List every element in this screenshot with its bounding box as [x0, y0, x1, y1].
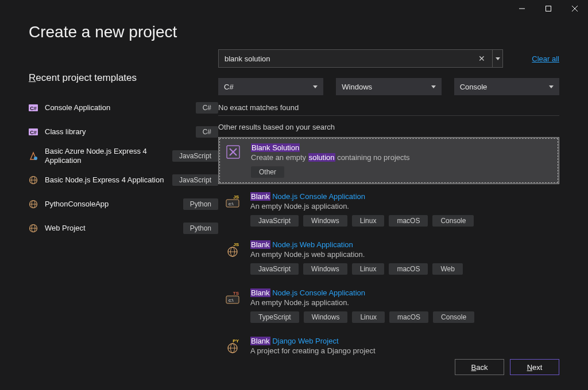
chevron-down-icon: [496, 57, 500, 60]
result-description: An empty Node.js application.: [250, 202, 552, 210]
platform-filter-label: Windows: [342, 83, 372, 91]
azure-icon: [29, 151, 38, 161]
globe-icon: [29, 200, 38, 209]
result-description: An empty Node.js web application.: [250, 250, 552, 259]
csharp-icon: C#: [29, 104, 38, 112]
globe-icon: [29, 224, 38, 233]
recent-template-label: Console Application: [45, 103, 189, 112]
result-tag: Windows: [304, 311, 348, 323]
minimize-button[interactable]: [509, 0, 535, 17]
recent-template-item[interactable]: Basic Azure Node.js Express 4 Applicatio…: [29, 145, 218, 167]
next-button[interactable]: Next: [510, 359, 559, 375]
projecttype-filter-label: Console: [460, 83, 488, 91]
close-icon: [572, 6, 578, 11]
recent-template-tag: JavaScript: [172, 174, 218, 186]
globe-icon: [29, 176, 38, 185]
csharp-icon: C#: [29, 128, 38, 136]
recent-template-tag: C#: [196, 102, 218, 114]
result-title: Blank Django Web Project: [250, 337, 552, 345]
result-item[interactable]: TSc:\Blank Node.js Console ApplicationAn…: [218, 283, 559, 329]
clear-all-link[interactable]: Clear all: [532, 54, 559, 63]
result-tag: Console: [432, 215, 474, 227]
clear-search-button[interactable]: ✕: [475, 54, 489, 63]
svg-text:TS: TS: [233, 291, 239, 296]
svg-text:c:\: c:\: [229, 298, 234, 303]
svg-rect-1: [546, 6, 551, 11]
chevron-down-icon: [313, 85, 318, 88]
recent-template-label: Web Project: [45, 224, 176, 233]
result-tag: Linux: [352, 263, 385, 275]
back-button[interactable]: Back: [455, 359, 504, 375]
result-tag: JavaScript: [250, 215, 299, 227]
result-item[interactable]: Blank SolutionCreate an empty solution c…: [218, 137, 559, 184]
divider: [218, 115, 559, 116]
projecttype-filter[interactable]: Console: [454, 78, 559, 95]
result-title: Blank Node.js Console Application: [250, 192, 552, 201]
recent-templates-heading: Recent project templates: [29, 72, 218, 84]
svg-text:C#: C#: [30, 106, 37, 111]
result-tag: Linux: [352, 311, 385, 323]
maximize-button[interactable]: [535, 0, 562, 17]
result-tag: macOS: [389, 215, 428, 227]
result-title: Blank Node.js Web Application: [250, 240, 552, 249]
recent-template-item[interactable]: C#Console ApplicationC#: [29, 96, 218, 119]
svg-text:C#: C#: [30, 130, 37, 135]
result-tag: Windows: [303, 215, 347, 227]
result-tag: macOS: [389, 263, 428, 275]
recent-template-item[interactable]: Web ProjectPython: [29, 217, 218, 240]
js-console-icon: JSc:\: [225, 194, 241, 208]
js-globe-icon: JS: [225, 242, 241, 257]
close-button[interactable]: [562, 0, 588, 17]
chevron-down-icon: [431, 85, 436, 88]
search-input[interactable]: [225, 54, 475, 63]
result-tag: Linux: [352, 215, 385, 227]
svg-text:c:\: c:\: [229, 201, 234, 206]
language-filter[interactable]: C#: [218, 78, 323, 95]
result-tag: Web: [432, 263, 462, 275]
result-tag: TypeScript: [250, 311, 299, 323]
svg-text:JS: JS: [233, 242, 239, 247]
titlebar: [0, 0, 588, 17]
sidebar: Recent project templates C#Console Appli…: [29, 41, 218, 362]
result-description: Create an empty solution containing no p…: [251, 153, 552, 162]
result-description: A project for creating a Django project: [250, 346, 552, 355]
recent-template-label: PythonConsoleApp: [45, 200, 176, 209]
result-title: Blank Node.js Console Application: [250, 288, 552, 297]
result-tag: macOS: [389, 311, 428, 323]
svg-point-9: [34, 157, 37, 160]
recent-template-label: Basic Node.js Express 4 Application: [45, 176, 165, 185]
result-item[interactable]: PYBlank Django Web ProjectA project for …: [218, 331, 559, 361]
result-title: Blank Solution: [251, 143, 552, 152]
result-item[interactable]: JSc:\Blank Node.js Console ApplicationAn…: [218, 186, 559, 232]
recent-template-item[interactable]: C#Class libraryC#: [29, 120, 218, 143]
results-subheading: Other results based on your search: [218, 123, 559, 131]
result-tag: Windows: [303, 263, 347, 275]
chevron-down-icon: [549, 85, 554, 88]
svg-text:JS: JS: [233, 194, 239, 200]
result-list: Blank SolutionCreate an empty solution c…: [218, 137, 559, 361]
maximize-icon: [546, 6, 551, 11]
platform-filter[interactable]: Windows: [336, 78, 441, 95]
result-item[interactable]: JSBlank Node.js Web ApplicationAn empty …: [218, 235, 559, 280]
recent-template-tag: JavaScript: [172, 150, 218, 162]
py-globe-icon: PY: [225, 338, 241, 353]
recent-template-label: Class library: [45, 127, 189, 136]
result-tag: Other: [251, 166, 284, 178]
svg-text:PY: PY: [233, 338, 239, 344]
search-box[interactable]: ✕: [218, 49, 493, 68]
status-text: No exact matches found: [218, 103, 559, 112]
recent-template-item[interactable]: Basic Node.js Express 4 ApplicationJavaS…: [29, 169, 218, 192]
result-tag: JavaScript: [250, 263, 299, 275]
recent-template-tag: Python: [183, 223, 218, 234]
recent-template-item[interactable]: PythonConsoleAppPython: [29, 193, 218, 216]
minimize-icon: [519, 6, 525, 11]
recent-template-label: Basic Azure Node.js Express 4 Applicatio…: [45, 147, 165, 165]
result-tag: Console: [433, 311, 474, 323]
recent-template-tag: C#: [196, 126, 218, 138]
recent-templates-list: C#Console ApplicationC#C#Class libraryC#…: [29, 96, 218, 240]
result-description: An empty Node.js application.: [250, 298, 552, 307]
search-history-dropdown[interactable]: [493, 49, 503, 68]
page-title: Create a new project: [29, 23, 588, 41]
visualstudio-icon: [226, 145, 242, 161]
language-filter-label: C#: [224, 83, 234, 91]
